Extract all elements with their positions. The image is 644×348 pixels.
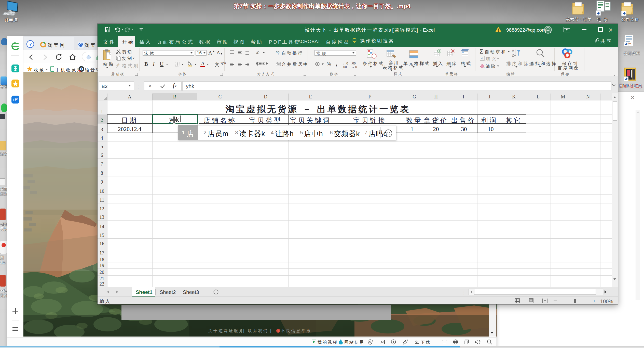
svg-text:ab: ab	[276, 50, 279, 54]
svg-text:Z: Z	[512, 53, 514, 57]
svg-text:ab: ab	[255, 50, 260, 55]
svg-text:A: A	[512, 49, 514, 53]
